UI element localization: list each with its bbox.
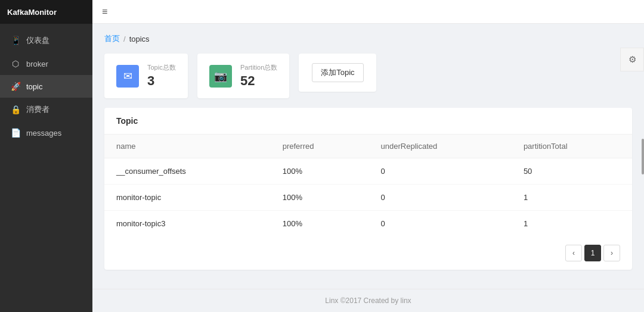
sidebar-item-messages[interactable]: 📄messages — [0, 121, 92, 144]
cell-partitionTotal: 50 — [512, 158, 632, 185]
footer: Linx ©2017 Created by linx — [92, 289, 644, 312]
cell-partitionTotal: 1 — [512, 211, 632, 237]
consumer-icon: 🔒 — [11, 105, 20, 114]
partition-count-card: 📷 Partition总数 52 — [197, 54, 289, 98]
breadcrumb-separator: / — [123, 35, 126, 43]
partition-count-value: 52 — [240, 73, 277, 89]
topic-count-icon: ✉ — [116, 65, 139, 88]
next-page-button[interactable]: › — [603, 245, 620, 261]
cell-underReplicated: 0 — [369, 185, 512, 211]
cell-preferred: 100% — [271, 158, 369, 185]
table-row: __consumer_offsets100%050 — [104, 158, 632, 185]
sidebar-item-topic[interactable]: 🚀topic — [0, 75, 92, 98]
cell-underReplicated: 0 — [369, 158, 512, 185]
scroll-indicator — [642, 139, 644, 174]
add-topic-button[interactable]: 添加Topic — [312, 63, 363, 82]
sidebar-label-dashboard: 仪表盘 — [26, 35, 49, 46]
broker-icon: ⬡ — [11, 59, 20, 68]
logo-text: KafkaMonitor — [7, 8, 57, 17]
messages-icon: 📄 — [11, 128, 20, 138]
sidebar: KafkaMonitor 📱仪表盘⬡broker🚀topic🔒消费者📄messa… — [0, 0, 92, 312]
cell-preferred: 100% — [271, 185, 369, 211]
topic-count-card: ✉ Topic总数 3 — [104, 54, 188, 98]
dashboard-icon: 📱 — [11, 36, 20, 45]
prev-page-button[interactable]: ‹ — [565, 245, 582, 261]
sidebar-item-broker[interactable]: ⬡broker — [0, 52, 92, 75]
stats-row: ✉ Topic总数 3 📷 Partition总数 52 添加Topic — [104, 54, 632, 98]
breadcrumb: 首页 / topics — [104, 33, 632, 44]
hamburger-icon[interactable]: ≡ — [102, 7, 107, 17]
col-underReplicated: underReplicated — [369, 135, 512, 158]
sidebar-nav: 📱仪表盘⬡broker🚀topic🔒消费者📄messages — [0, 24, 92, 312]
topbar: ≡ — [92, 0, 644, 24]
breadcrumb-current: topics — [129, 35, 150, 43]
table-head: namepreferredunderReplicatedpartitionTot… — [104, 135, 632, 158]
table-body: __consumer_offsets100%050monitor-topic10… — [104, 158, 632, 237]
cell-underReplicated: 0 — [369, 211, 512, 237]
col-partitionTotal: partitionTotal — [512, 135, 632, 158]
sidebar-label-topic: topic — [26, 82, 42, 91]
footer-text: Linx ©2017 Created by linx — [325, 297, 411, 305]
topic-icon: 🚀 — [11, 82, 20, 91]
main-area: ≡ ⚙ 首页 / topics ✉ Topic总数 3 — [92, 0, 644, 312]
cell-name: monitor-topic — [104, 185, 271, 211]
page-1-button[interactable]: 1 — [584, 245, 601, 261]
sidebar-label-consumer: 消费者 — [26, 104, 49, 115]
content-area: 首页 / topics ✉ Topic总数 3 📷 Partition总数 — [92, 24, 644, 289]
content-wrapper: ⚙ 首页 / topics ✉ Topic总数 3 📷 — [92, 24, 644, 289]
col-name: name — [104, 135, 271, 158]
table-header-row: namepreferredunderReplicatedpartitionTot… — [104, 135, 632, 158]
sidebar-logo: KafkaMonitor — [0, 0, 92, 24]
topic-table: namepreferredunderReplicatedpartitionTot… — [104, 135, 632, 236]
topic-count-value: 3 — [147, 73, 176, 89]
col-preferred: preferred — [271, 135, 369, 158]
add-topic-card: 添加Topic — [299, 54, 376, 92]
sidebar-label-messages: messages — [26, 129, 61, 138]
table-row: monitor-topic3100%01 — [104, 211, 632, 237]
settings-button[interactable]: ⚙ — [620, 48, 644, 71]
topic-panel: Topic namepreferredunderReplicatedpartit… — [104, 108, 632, 270]
sidebar-item-consumer[interactable]: 🔒消费者 — [0, 98, 92, 121]
pagination: ‹ 1 › — [104, 236, 632, 270]
cell-name: monitor-topic3 — [104, 211, 271, 237]
cell-preferred: 100% — [271, 211, 369, 237]
sidebar-item-dashboard[interactable]: 📱仪表盘 — [0, 29, 92, 52]
table-row: monitor-topic100%01 — [104, 185, 632, 211]
panel-title: Topic — [104, 108, 632, 135]
breadcrumb-home[interactable]: 首页 — [104, 33, 120, 44]
sidebar-label-broker: broker — [26, 60, 48, 68]
topic-count-label: Topic总数 — [147, 63, 176, 72]
cell-partitionTotal: 1 — [512, 185, 632, 211]
cell-name: __consumer_offsets — [104, 158, 271, 185]
panel-body: namepreferredunderReplicatedpartitionTot… — [104, 135, 632, 236]
partition-count-label: Partition总数 — [240, 63, 277, 72]
partition-count-icon: 📷 — [209, 65, 232, 88]
